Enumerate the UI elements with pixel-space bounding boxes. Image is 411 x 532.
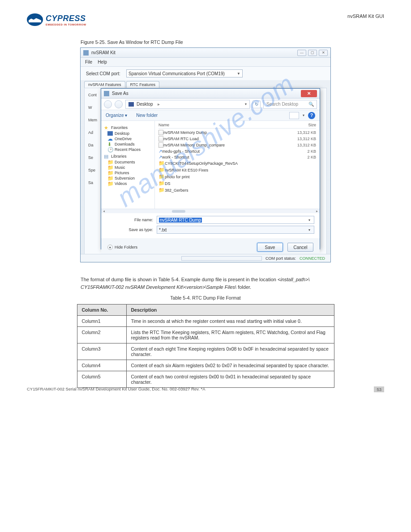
desktop-icon <box>128 102 134 107</box>
view-caret-icon[interactable]: ▾ <box>303 113 304 117</box>
file-row[interactable]: ↗medu-gpfs - Shortcut2 KB <box>158 148 316 154</box>
menu-file[interactable]: File <box>85 60 92 64</box>
rtc-dump-format-table: Column No. Description Column1Time in se… <box>77 304 334 388</box>
tree-subversion[interactable]: 📁Subversion <box>104 176 152 181</box>
tree-documents[interactable]: 📁Documents <box>104 159 152 165</box>
table-caption: Table 5-4. RTC Dump File Format <box>27 295 384 300</box>
col-size[interactable]: Size <box>289 123 316 127</box>
new-folder-button[interactable]: New folder <box>136 113 158 118</box>
tree-videos[interactable]: 📁Videos <box>104 181 152 186</box>
help-button[interactable]: ? <box>308 112 315 119</box>
table-row: Column5Content of each two control regis… <box>77 371 334 388</box>
table-row: Column2Lists the RTC Time Keeping regist… <box>77 327 334 343</box>
library-icon: ▤ <box>104 154 109 159</box>
folder-icon: 📁 <box>107 171 113 175</box>
folder-icon: 📁 <box>107 160 113 164</box>
cypress-logo: CYPRESS EMBEDDED IN TOMORROW <box>27 13 384 26</box>
tree-recent[interactable]: 🕑Recent Places <box>104 147 152 152</box>
tab-nvsram-features[interactable]: nvSRAM Features <box>84 81 125 88</box>
save-button[interactable]: Save <box>257 243 283 252</box>
folder-tree: ★Favorites Desktop ☁OneDrive ⬇Downloads … <box>101 121 155 209</box>
file-row[interactable]: nvSRAM Memory Dump_compare13,312 KB <box>158 142 316 148</box>
bg-label: Cont <box>88 93 97 97</box>
folder-icon: 📁 <box>158 160 165 166</box>
save-type-value: *.txt <box>159 227 167 232</box>
file-name-input[interactable]: nvSRAM RTC Dump ▾ <box>157 216 314 224</box>
save-dialog-title: Save As <box>112 91 301 96</box>
horizontal-scrollbar[interactable]: ◂ ▸ <box>101 209 320 213</box>
nvsram-app-window: nvSRAM Kit — ▢ ✕ File Help Select COM po… <box>80 47 331 262</box>
footer-doc-info: CY15FRAMKIT-002 Serial nvSRAM Developmen… <box>27 386 205 392</box>
tree-music[interactable]: 📁Music <box>104 165 152 170</box>
file-row[interactable]: nvSRAM Memory Dump13,312 KB <box>158 129 316 136</box>
scroll-left-icon[interactable]: ◂ <box>103 209 105 213</box>
shortcut-icon: ↗ <box>158 154 162 159</box>
file-row[interactable]: 📁photo for print <box>158 173 316 180</box>
star-icon: ★ <box>104 125 109 130</box>
table-row: Column3Content of each eight Time Keepin… <box>77 343 334 360</box>
file-name-value: nvSRAM RTC Dump <box>159 218 202 223</box>
maximize-button[interactable]: ▢ <box>308 50 317 56</box>
view-mode-button[interactable] <box>289 112 299 119</box>
bg-label: Se <box>88 155 97 160</box>
refresh-button[interactable]: ↻ <box>253 100 261 108</box>
organize-button[interactable]: Organize ▾ <box>106 113 127 118</box>
desktop-icon <box>107 131 113 136</box>
com-status-label: COM port status: <box>265 256 296 261</box>
favorites-header[interactable]: Favorites <box>111 125 128 130</box>
tree-pictures[interactable]: 📁Pictures <box>104 170 152 176</box>
hide-folders-toggle[interactable]: ▴ Hide Folders <box>107 245 137 250</box>
background-panel-labels: Cont W Mem Ad Da Se Spe Sa <box>88 93 97 185</box>
save-as-dialog: Save As ✕ Desktop ▸ ▾ ↻ <box>101 88 320 249</box>
nav-forward-button[interactable] <box>115 100 123 108</box>
dialog-close-button[interactable]: ✕ <box>301 90 317 97</box>
recent-icon: 🕑 <box>107 147 113 152</box>
file-row[interactable]: nvSRAM RTC Load13,312 KB <box>158 136 316 142</box>
window-titlebar: nvSRAM Kit — ▢ ✕ <box>81 48 330 58</box>
logo-tagline: EMBEDDED IN TOMORROW <box>46 23 86 26</box>
com-port-select[interactable]: Spansion Virtual Communications Port (CO… <box>126 69 243 77</box>
cancel-button[interactable]: Cancel <box>287 243 313 252</box>
breadcrumb-path[interactable]: Desktop ▸ ▾ <box>125 100 250 109</box>
file-row[interactable]: ↗work - Shortcut2 KB <box>158 154 316 160</box>
scrollbar-thumb[interactable] <box>172 210 185 213</box>
chevron-right-icon: ▸ <box>158 102 160 107</box>
table-row: Column4Content of each six Alarm registe… <box>77 360 334 371</box>
search-icon: 🔍 <box>308 102 314 107</box>
dropdown-caret-icon: ▼ <box>237 72 240 76</box>
scroll-right-icon[interactable]: ▸ <box>316 209 318 213</box>
folder-icon: 📁 <box>158 187 165 193</box>
col-name[interactable]: Name <box>158 123 289 127</box>
text-file-icon <box>158 130 163 135</box>
file-row[interactable]: 📁DS <box>158 180 316 187</box>
page-header-right: nvSRAM Kit GUI <box>347 13 384 19</box>
minimize-button[interactable]: — <box>297 50 306 56</box>
logo-icon <box>27 13 43 26</box>
file-row[interactable]: 📁nvSRAM Kit ES10 Fixes <box>158 167 316 173</box>
dropdown-caret-icon[interactable]: ▾ <box>307 228 312 232</box>
save-icon <box>104 91 109 96</box>
path-text: Desktop <box>137 102 153 107</box>
tree-downloads[interactable]: ⬇Downloads <box>104 142 152 147</box>
app-icon <box>83 50 89 56</box>
dropdown-caret-icon[interactable]: ▾ <box>307 218 312 222</box>
libraries-header[interactable]: Libraries <box>111 154 127 159</box>
nav-back-button[interactable] <box>104 100 112 108</box>
search-input[interactable]: Search Desktop 🔍 <box>263 100 317 109</box>
bg-label: Ad <box>88 130 97 135</box>
file-row[interactable]: 📁382_Gerbers <box>158 187 316 193</box>
save-type-select[interactable]: *.txt ▾ <box>157 226 314 234</box>
tab-rtc-features[interactable]: RTC Features <box>126 81 159 88</box>
text-file-icon <box>158 136 163 142</box>
com-status-value: CONNECTED <box>300 256 325 261</box>
tree-onedrive[interactable]: ☁OneDrive <box>104 136 152 142</box>
close-button[interactable]: ✕ <box>319 50 328 56</box>
file-list: Name Size nvSRAM Memory Dump13,312 KBnvS… <box>155 121 320 209</box>
file-name-label: File name: <box>124 218 153 222</box>
file-row[interactable]: 📁CY8CKIT044SetupOnlyPackage_RevSA <box>158 160 316 167</box>
folder-icon: 📁 <box>107 181 113 186</box>
path-caret-icon: ▾ <box>245 102 247 106</box>
menu-help[interactable]: Help <box>98 60 107 64</box>
dump-description: The format of dump file is shown in Tabl… <box>81 276 330 291</box>
bg-label: Spe <box>88 168 97 172</box>
